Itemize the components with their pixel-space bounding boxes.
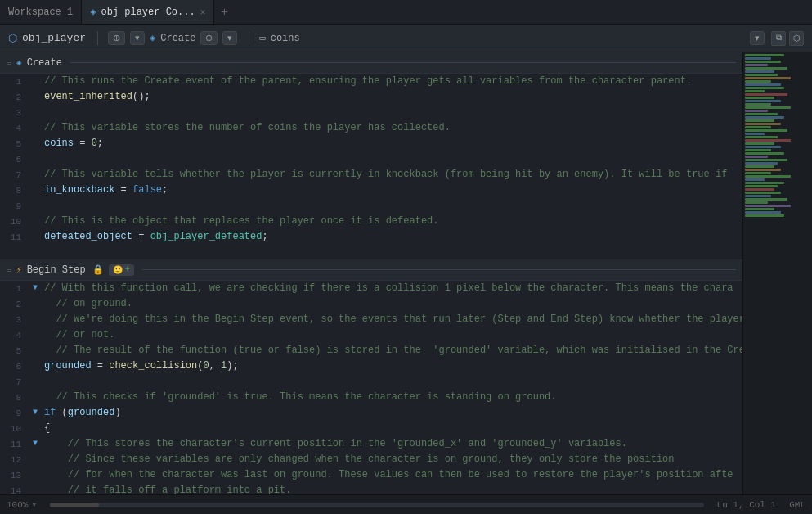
bs-line-6: 6 grounded = check_collision(0, 1); <box>0 358 742 374</box>
tab-objplayer[interactable]: ◈ obj_player Co... ✕ <box>82 0 214 24</box>
variable-label: coins <box>271 33 300 44</box>
begin-step-code-container: 1 ▼ // With this function call, we are c… <box>0 281 742 494</box>
create-line-10: 10 // This is the object that replaces t… <box>0 214 742 229</box>
bs-line-12: 12 // Since these variables are only cha… <box>0 452 742 467</box>
object-name-section: ⬡ obj_player <box>8 32 86 45</box>
language-indicator: GML <box>789 500 805 510</box>
create-spacer <box>0 245 742 259</box>
status-right: Ln 1, Col 1 GML <box>717 500 805 510</box>
object-name-label: obj_player <box>22 32 86 44</box>
bs-line-2: 2 // on ground. <box>0 296 742 312</box>
create-event-label: Create <box>27 57 62 69</box>
scrollbar-thumb <box>50 503 99 507</box>
variable-icon: ▭ <box>259 32 265 44</box>
begin-step-event-icon: ⚡ <box>16 264 22 275</box>
create-event-divider <box>70 62 736 63</box>
create-line-5: 5 coins = 0; <box>0 136 742 151</box>
tab-file-icon: ◈ <box>90 6 96 18</box>
create-line-1: 1 // This runs the Create event of the p… <box>0 74 742 89</box>
bs-line-5: 5 // The result of the function (true or… <box>0 343 742 358</box>
minimap-content <box>743 52 812 219</box>
event-icon: ◈ <box>150 32 155 44</box>
tab-add-button[interactable]: + <box>214 6 234 19</box>
tab-close-button[interactable]: ✕ <box>200 7 206 17</box>
cursor-position: Ln 1, Col 1 <box>717 500 777 510</box>
create-event-section: ▭ ◈ Create 1 // This runs the Create eve… <box>0 52 742 259</box>
bs-line-14: 14 // it falls off a platform into a pit… <box>0 483 742 494</box>
begin-step-badge[interactable]: 🙂 + <box>109 264 134 276</box>
bs-line-13: 13 // for when the character was last on… <box>0 467 742 483</box>
main-content: ▭ ◈ Create 1 // This runs the Create eve… <box>0 52 812 494</box>
status-bar: 100% ▾ Ln 1, Col 1 GML <box>0 494 812 514</box>
bs-line-9: 9 ▼ if (grounded) <box>0 405 742 421</box>
zoom-dropdown-icon[interactable]: ▾ <box>31 499 37 510</box>
lock-icon: 🔒 <box>92 264 104 275</box>
variable-dropdown-button[interactable]: ▾ <box>750 31 765 45</box>
create-line-9: 9 <box>0 198 742 214</box>
bs-line-11: 11 ▼ // This stores the character's curr… <box>0 436 742 452</box>
event-section-header: ⊕ ▾ ◈ Create ⊕ ▾ <box>97 31 237 45</box>
horizontal-scrollbar[interactable] <box>50 503 704 507</box>
create-line-7: 7 // This variable tells whether the pla… <box>0 167 742 183</box>
event-nav-dropdown[interactable]: ▾ <box>130 31 145 45</box>
create-line-8: 8 in_knockback = false; <box>0 183 742 198</box>
create-line-2: 2 event_inherited(); <box>0 89 742 105</box>
event-nav-left-button[interactable]: ⊕ <box>108 31 125 45</box>
window-dock-button[interactable]: ⬡ <box>789 31 804 46</box>
create-event-header: ▭ ◈ Create <box>0 52 742 74</box>
create-line-6: 6 <box>0 151 742 167</box>
tab-bar: Workspace 1 ◈ obj_player Co... ✕ + <box>0 0 812 25</box>
zoom-value: 100% <box>7 500 28 510</box>
object-header: ⬡ obj_player ⊕ ▾ ◈ Create ⊕ ▾ ▭ coins ▾ … <box>0 25 812 52</box>
create-line-11: 11 defeated_object = obj_player_defeated… <box>0 229 742 245</box>
bs-line-1: 1 ▼ // With this function call, we are c… <box>0 281 742 296</box>
window-controls: ⧉ ⬡ <box>771 31 804 46</box>
begin-step-divider <box>142 269 736 270</box>
create-line-4: 4 // This variable stores the number of … <box>0 120 742 136</box>
bs-line-10: 10 { <box>0 421 742 436</box>
begin-step-event-label: Begin Step <box>27 264 86 276</box>
minimap[interactable] <box>742 52 812 494</box>
create-code-container: 1 // This runs the Create event of the p… <box>0 74 742 259</box>
header-right-controls: ▾ ⧉ ⬡ <box>750 31 804 46</box>
event-name-label: Create <box>160 33 195 44</box>
tab-workspace-label: Workspace 1 <box>8 7 73 18</box>
window-restore-button[interactable]: ⧉ <box>771 31 786 46</box>
bs-line-8: 8 // This checks if 'grounded' is true. … <box>0 390 742 405</box>
bs-line-7: 7 <box>0 374 742 390</box>
editor-area[interactable]: ▭ ◈ Create 1 // This runs the Create eve… <box>0 52 742 494</box>
begin-step-collapse-icon[interactable]: ▭ <box>7 265 11 275</box>
tab-objplayer-label: obj_player Co... <box>101 7 195 18</box>
bs-line-3: 3 // We're doing this in the Begin Step … <box>0 312 742 327</box>
event-nav-right-dropdown[interactable]: ▾ <box>222 31 237 45</box>
event-nav-right-button[interactable]: ⊕ <box>200 31 218 45</box>
tab-workspace[interactable]: Workspace 1 <box>0 0 82 24</box>
begin-step-event-section: ▭ ⚡ Begin Step 🔒 🙂 + 1 ▼ // With this fu… <box>0 259 742 494</box>
create-line-3: 3 <box>0 105 742 120</box>
create-event-icon: ◈ <box>16 57 22 68</box>
variable-section-header: ▭ coins <box>249 32 299 44</box>
bs-line-4: 4 // or not. <box>0 327 742 343</box>
create-collapse-icon[interactable]: ▭ <box>7 58 11 68</box>
begin-step-event-header: ▭ ⚡ Begin Step 🔒 🙂 + <box>0 259 742 281</box>
zoom-level[interactable]: 100% ▾ <box>7 499 37 510</box>
object-icon: ⬡ <box>8 32 17 45</box>
